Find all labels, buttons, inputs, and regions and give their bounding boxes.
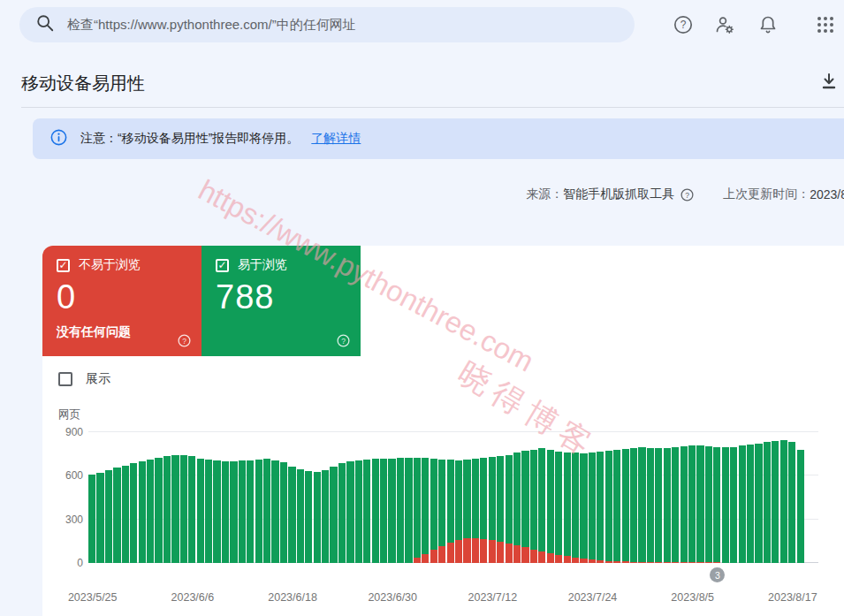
bar-not-usable[interactable] (613, 561, 620, 563)
bar-usable[interactable] (605, 451, 612, 563)
apps-grid-icon[interactable] (815, 14, 836, 35)
bar-not-usable[interactable] (672, 562, 679, 563)
bar-not-usable[interactable] (521, 547, 528, 563)
bar-not-usable[interactable] (447, 543, 454, 563)
bar-usable[interactable] (230, 461, 237, 563)
bar-not-usable[interactable] (696, 562, 703, 563)
bar-usable[interactable] (788, 442, 795, 563)
bar-usable[interactable] (239, 460, 246, 563)
bar-usable[interactable] (722, 447, 729, 563)
bar-usable[interactable] (330, 467, 337, 563)
bar-usable[interactable] (597, 452, 604, 563)
bar-usable[interactable] (188, 456, 195, 563)
bar-usable[interactable] (222, 461, 229, 563)
card-not-usable-help-icon[interactable]: ? (177, 333, 192, 348)
bar-usable[interactable] (713, 447, 720, 563)
bar-usable[interactable] (363, 460, 370, 563)
bar-not-usable[interactable] (497, 542, 504, 563)
bar-not-usable[interactable] (422, 554, 429, 563)
plot-area[interactable] (88, 419, 818, 563)
bar-usable[interactable] (414, 458, 421, 563)
bar-usable[interactable] (521, 451, 528, 563)
bar-not-usable[interactable] (489, 540, 496, 563)
bar-usable[interactable] (147, 460, 154, 563)
bar-usable[interactable] (564, 452, 571, 563)
bar-usable[interactable] (630, 448, 637, 563)
bar-usable[interactable] (647, 448, 654, 563)
url-inspect-search-bar[interactable]: 检查“https://www.pythonthree.com/”中的任何网址 (19, 7, 635, 42)
card-usable-help-icon[interactable]: ? (336, 333, 351, 348)
bar-usable[interactable] (88, 475, 95, 563)
bar-usable[interactable] (171, 455, 179, 563)
bar-usable[interactable] (555, 452, 562, 563)
bar-usable[interactable] (197, 459, 204, 563)
bar-usable[interactable] (580, 453, 587, 563)
bar-usable[interactable] (739, 445, 746, 563)
bar-usable[interactable] (280, 462, 287, 563)
bar-not-usable[interactable] (564, 556, 571, 563)
bar-not-usable[interactable] (455, 540, 462, 563)
bar-not-usable[interactable] (605, 561, 612, 563)
bar-usable[interactable] (263, 459, 270, 563)
bar-usable[interactable] (96, 473, 103, 563)
bar-not-usable[interactable] (630, 562, 637, 563)
bar-usable[interactable] (163, 456, 171, 563)
bar-usable[interactable] (747, 445, 754, 563)
bar-not-usable[interactable] (705, 562, 712, 563)
bar-usable[interactable] (155, 458, 162, 563)
bar-usable[interactable] (730, 447, 737, 563)
bar-not-usable[interactable] (647, 562, 654, 563)
timeline-event-marker[interactable]: 3 (710, 567, 725, 582)
bar-not-usable[interactable] (681, 562, 688, 563)
bar-not-usable[interactable] (597, 560, 604, 563)
bar-not-usable[interactable] (572, 558, 579, 563)
bar-usable[interactable] (372, 459, 379, 563)
bar-not-usable[interactable] (664, 562, 671, 563)
help-icon[interactable]: ? (673, 14, 694, 35)
bar-usable[interactable] (380, 459, 387, 563)
bar-usable[interactable] (538, 448, 545, 563)
bar-usable[interactable] (122, 466, 129, 563)
bar-not-usable[interactable] (555, 555, 562, 563)
bar-usable[interactable] (672, 447, 679, 563)
bar-not-usable[interactable] (622, 561, 629, 563)
bar-usable[interactable] (271, 460, 278, 563)
bar-usable[interactable] (205, 460, 212, 563)
bar-not-usable[interactable] (430, 550, 437, 563)
checkbox-usable[interactable]: ✓ (216, 259, 229, 272)
card-usable[interactable]: ✓ 易于浏览 788 ? (201, 246, 361, 356)
bar-usable[interactable] (322, 470, 329, 563)
bar-usable[interactable] (797, 450, 804, 563)
bell-icon[interactable] (757, 14, 779, 35)
bar-usable[interactable] (530, 450, 537, 563)
bar-not-usable[interactable] (513, 545, 521, 563)
bar-usable[interactable] (305, 471, 312, 563)
source-help-icon[interactable]: ? (680, 187, 695, 202)
bar-usable[interactable] (572, 452, 579, 563)
bar-usable[interactable] (589, 452, 596, 563)
bar-not-usable[interactable] (713, 562, 720, 563)
bar-usable[interactable] (314, 472, 321, 563)
bar-usable[interactable] (688, 445, 696, 563)
bar-usable[interactable] (338, 463, 346, 563)
user-settings-icon[interactable] (714, 14, 735, 35)
bar-usable[interactable] (255, 460, 262, 563)
bar-usable[interactable] (681, 446, 688, 563)
bar-not-usable[interactable] (506, 544, 513, 563)
bar-usable[interactable] (247, 460, 254, 563)
bar-usable[interactable] (780, 440, 787, 563)
bar-not-usable[interactable] (438, 546, 445, 563)
bar-usable[interactable] (664, 448, 671, 563)
bar-usable[interactable] (772, 441, 779, 563)
learn-more-link[interactable]: 了解详情 (311, 131, 361, 147)
bar-usable[interactable] (430, 459, 437, 563)
bar-usable[interactable] (346, 461, 354, 563)
bar-usable[interactable] (139, 461, 146, 563)
bar-usable[interactable] (105, 470, 112, 563)
bar-usable[interactable] (622, 449, 629, 563)
bar-usable[interactable] (547, 450, 554, 563)
card-not-usable[interactable]: ✓ 不易于浏览 0 没有任何问题 ? (42, 246, 201, 356)
bar-usable[interactable] (113, 468, 120, 563)
bar-usable[interactable] (405, 458, 412, 563)
bar-usable[interactable] (638, 447, 645, 563)
